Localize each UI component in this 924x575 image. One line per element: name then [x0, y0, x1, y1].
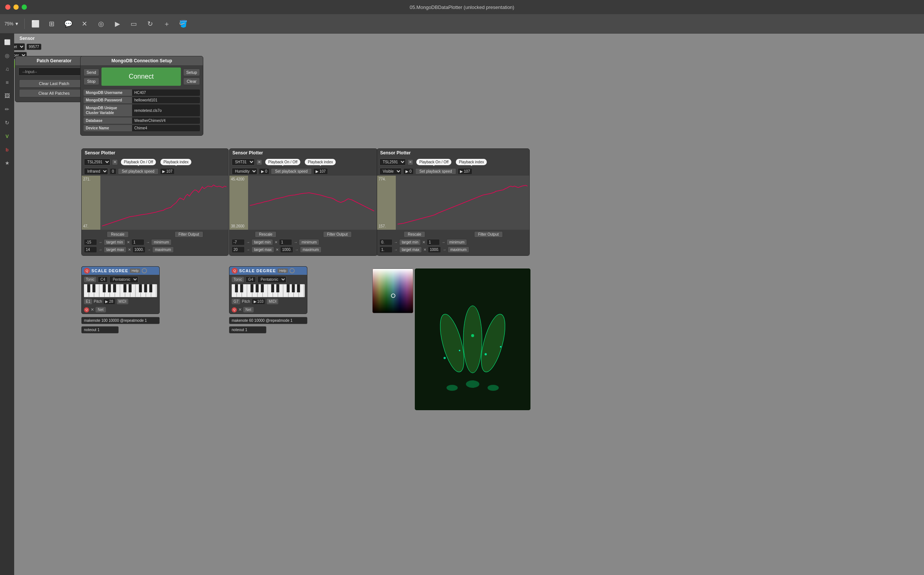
plotter1-x-button[interactable]: ✕: [112, 159, 118, 165]
mongo-clear-button[interactable]: Clear: [183, 78, 200, 85]
plotter2-target-min-input[interactable]: [232, 239, 245, 245]
toolbar-circle-btn[interactable]: ◎: [95, 18, 107, 29]
plotter2-minimum-label: minimum: [299, 239, 319, 245]
clear-last-patch-button[interactable]: Clear Last Patch: [19, 79, 89, 87]
plotter3-min-input[interactable]: [427, 239, 440, 245]
toolbar-chat-btn[interactable]: 💬: [63, 18, 74, 29]
plotter1-min-input[interactable]: [131, 239, 145, 245]
plotter1-set-speed-btn[interactable]: Set playback speed: [118, 168, 159, 175]
plotter2-target-max-input[interactable]: [232, 246, 245, 253]
plotter2-x-button[interactable]: ✕: [256, 159, 262, 165]
plotter3-device-select[interactable]: TSL2591: [379, 159, 406, 165]
toolbar-box-btn[interactable]: ⬜: [30, 18, 41, 29]
plotter2-playback-label[interactable]: Playback On / Off: [265, 159, 300, 165]
scale-degree1-key[interactable]: C4: [98, 276, 108, 283]
sidebar-icon-target[interactable]: ◎: [2, 51, 12, 60]
connect-button[interactable]: Connect: [102, 67, 181, 86]
plotter2-filter-btn[interactable]: Filter Output: [323, 231, 352, 238]
plotter3-rescale-btn[interactable]: Rescale: [404, 231, 425, 238]
plotter2-min-x1[interactable]: ✕: [275, 240, 278, 244]
toolbar-grid-btn[interactable]: ⊞: [46, 18, 57, 29]
mongo-device-value[interactable]: Chime4: [132, 125, 200, 131]
plotter1-channel-select[interactable]: Infrared: [84, 168, 108, 175]
plotter3-channel-select[interactable]: Visible: [379, 168, 402, 175]
scale-degree2-piano[interactable]: [232, 284, 305, 297]
color-spectrum[interactable]: [373, 269, 413, 313]
plotter1-min-x2[interactable]: ✕: [128, 248, 131, 252]
mongo-password-value[interactable]: helloworld101: [132, 97, 200, 103]
plotter3-x-button[interactable]: ✕: [407, 159, 413, 165]
plotter2-speed-value[interactable]: ▶ 0: [259, 168, 269, 175]
toolbar-paint-btn[interactable]: 🪣: [178, 18, 189, 29]
svg-rect-19: [124, 284, 126, 292]
plotter3-playback-label[interactable]: Playback On / Off: [416, 159, 452, 165]
svg-rect-18: [113, 284, 116, 292]
sidebar-icon-refresh[interactable]: ↻: [2, 118, 12, 127]
mongo-send-button[interactable]: Send: [84, 68, 99, 76]
plotter3-max-input[interactable]: [428, 246, 441, 253]
sidebar-icon-box[interactable]: ⬜: [2, 37, 12, 47]
plotter1-rescale-btn[interactable]: Rescale: [107, 231, 128, 238]
plotter2-maximum-label: maximum: [300, 246, 321, 253]
plotter1-target-min-input[interactable]: [84, 239, 97, 245]
mongo-setup-button[interactable]: Setup: [183, 68, 200, 76]
sidebar-icon-v[interactable]: V: [2, 131, 12, 141]
scale-degree1-help-btn[interactable]: Help: [130, 268, 141, 273]
sidebar-icon-b[interactable]: b: [2, 145, 12, 154]
plotter3-filter-btn[interactable]: Filter Output: [474, 231, 503, 238]
minimize-button[interactable]: [13, 5, 19, 10]
toolbar-close-btn[interactable]: ✕: [79, 18, 90, 29]
scale-degree2-type-select[interactable]: Pentatonic: [258, 276, 286, 283]
plotter2-set-speed-btn[interactable]: Set playback speed: [271, 168, 312, 175]
plotter3-set-speed-btn[interactable]: Set playback speed: [415, 168, 456, 175]
plotter3-target-max-input[interactable]: [379, 246, 393, 253]
scale-degree1-net-x-btn[interactable]: ✕: [91, 307, 94, 312]
sidebar-icon-music[interactable]: ♫: [2, 64, 12, 74]
sidebar-icon-star[interactable]: ★: [2, 158, 12, 168]
maximize-button[interactable]: [22, 5, 27, 10]
plotter3-min-x1[interactable]: ✕: [422, 240, 425, 244]
plotter3-speed-value[interactable]: ▶ 0: [403, 168, 414, 175]
sidebar-icon-list[interactable]: ≡: [2, 78, 12, 87]
plotter2-channel-select[interactable]: Humidity: [232, 168, 258, 175]
plotter2-rescale-btn[interactable]: Rescale: [255, 231, 277, 238]
patch-generator-input-select[interactable]: --Input--: [18, 67, 90, 76]
color-picker-panel[interactable]: [372, 268, 413, 313]
plotter2-max-input[interactable]: [280, 246, 293, 253]
plotter1-max-input[interactable]: [132, 246, 145, 253]
plotter1-filter-btn[interactable]: Filter Output: [175, 231, 203, 238]
plotter2-min-input[interactable]: [279, 239, 292, 245]
clear-all-patches-button[interactable]: Clear All Patches: [19, 89, 89, 97]
scale-degree1-type-select[interactable]: Pentatonic: [109, 276, 138, 283]
plotter2-device-select[interactable]: SHT31: [232, 159, 255, 165]
mongo-username-value[interactable]: HC407: [132, 89, 200, 96]
plotter3-chart-svg: [377, 176, 530, 230]
plotter1-speed-value[interactable]: 0: [110, 168, 116, 175]
scale-degree2-help-btn[interactable]: Help: [278, 268, 288, 273]
sidebar-icon-pencil[interactable]: ✏: [2, 105, 12, 114]
toolbar-rotate-btn[interactable]: ↻: [145, 18, 156, 29]
plotter2-min-x2[interactable]: ✕: [276, 248, 279, 252]
mongo-database-value[interactable]: WeatherChimesV4: [132, 118, 200, 124]
scale-degree2-net-x-btn[interactable]: ✕: [239, 307, 242, 312]
plotter1-min-x1[interactable]: ✕: [127, 240, 130, 244]
plotter2-playback-index-label[interactable]: Playback index: [305, 159, 336, 165]
toolbar-add-btn[interactable]: ＋: [161, 18, 172, 29]
toolbar-rect-btn[interactable]: ▭: [128, 18, 140, 29]
window-controls[interactable]: [5, 5, 27, 10]
plotter1-playback-index-label[interactable]: Playback index: [161, 159, 191, 165]
toolbar-play-btn[interactable]: ▶: [112, 18, 123, 29]
mongo-stop-button[interactable]: Stop: [84, 78, 99, 85]
zoom-control[interactable]: 75% ▼: [5, 21, 19, 27]
sidebar-icon-image[interactable]: 🖼: [2, 91, 12, 101]
plotter3-min-x2[interactable]: ✕: [423, 248, 426, 252]
scale-degree2-key[interactable]: G4: [245, 276, 256, 283]
plotter1-playback-label[interactable]: Playback On / Off: [121, 159, 156, 165]
close-button[interactable]: [5, 5, 10, 10]
plotter1-target-max-input[interactable]: [84, 246, 97, 253]
plotter3-target-min-input[interactable]: [379, 239, 393, 245]
scale-degree1-piano[interactable]: [84, 284, 157, 297]
plotter3-playback-index-label[interactable]: Playback index: [456, 159, 487, 165]
plotter1-device-select[interactable]: TSL2591: [84, 159, 110, 165]
mongo-cluster-value[interactable]: remotetest.cls7o: [132, 105, 200, 116]
